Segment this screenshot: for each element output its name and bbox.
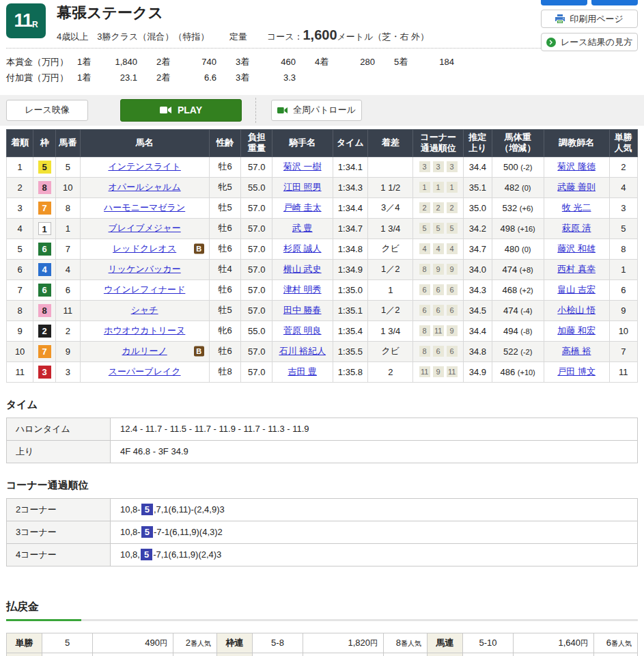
sex-age: 牡6: [209, 156, 241, 177]
trainer-link[interactable]: 高橋 裕: [562, 346, 591, 356]
play-button[interactable]: PLAY: [120, 99, 242, 122]
finish-time: 1:35.8: [333, 361, 368, 382]
finish-position: 2: [7, 177, 33, 197]
corner-position-badge: 1: [433, 182, 444, 193]
horse-name-link[interactable]: スーパーブレイク: [109, 366, 181, 377]
finish-position: 3: [7, 197, 33, 218]
result-row: 1133スーパーブレイク牡857.0吉田 豊1:35.821191134.948…: [7, 361, 638, 382]
trainer-link[interactable]: 小桧山 悟: [557, 305, 596, 315]
horse-name-link[interactable]: リッケンバッカー: [109, 264, 181, 274]
race-number: 11: [14, 10, 32, 31]
patrol-video-button[interactable]: 全周パトロール: [271, 100, 362, 121]
finish-time: 1:34.4: [333, 197, 368, 218]
race-weight-rule: 定量: [229, 31, 247, 42]
jockey-link[interactable]: 菅原 明良: [283, 325, 322, 336]
horse-name-link[interactable]: カルリーノ: [122, 346, 167, 356]
horse-name-link[interactable]: オパールシャルム: [109, 182, 181, 192]
corner-positions: 8119: [413, 320, 464, 341]
prize-place: 3着: [236, 55, 260, 70]
horse-name-link[interactable]: ハーモニーマゼラン: [104, 202, 185, 213]
blinker-icon: B: [194, 346, 204, 357]
trainer-link[interactable]: 菊沢 隆徳: [557, 161, 596, 172]
time-table: ハロンタイム 12.4 - 11.7 - 11.5 - 11.7 - 11.9 …: [6, 418, 638, 463]
trainer-link[interactable]: 加藤 和宏: [557, 325, 596, 336]
corner-position-badge: 5: [447, 223, 458, 234]
results-column-header: コーナー 通過順位: [413, 129, 464, 156]
trainer-link[interactable]: 畠山 吉宏: [557, 284, 596, 295]
results-column-header: 負担 重量: [241, 129, 272, 156]
results-guide-button[interactable]: レース結果の見方: [541, 33, 638, 51]
jockey-cell: 菊沢 一樹: [272, 156, 333, 177]
horse-name-link[interactable]: レッドクレオス: [113, 243, 176, 254]
horse-name-link[interactable]: シャチ: [131, 305, 158, 315]
horse-name-link[interactable]: ブレイブメジャー: [109, 223, 181, 233]
win-popularity: 4: [609, 177, 637, 197]
main-prize-label: 本賞金（万円）: [6, 55, 77, 70]
results-column-header: 推定 上り: [463, 129, 492, 156]
horse-number: 8: [56, 197, 80, 218]
horse-name-link[interactable]: ウインレフィナード: [104, 284, 185, 295]
trainer-link[interactable]: 藤沢 和雄: [557, 243, 596, 254]
umaren-label: 馬連: [428, 633, 463, 653]
margin: 1 1/2: [368, 177, 413, 197]
race-video-button[interactable]: レース映像: [6, 100, 88, 121]
corner-position-badge: 8: [419, 325, 430, 336]
win-popularity: 2: [609, 156, 637, 177]
tansho-amount: 490円: [93, 633, 173, 653]
win-popularity: 11: [609, 361, 637, 382]
corner-position-badge: 3: [433, 161, 444, 172]
corner-positions: 222: [413, 197, 464, 218]
trainer-link[interactable]: 武藤 善則: [557, 182, 596, 192]
jockey-link[interactable]: 津村 明秀: [283, 284, 322, 295]
fukusho-selection: 5: [42, 653, 93, 656]
jockey-link[interactable]: 杉原 誠人: [283, 243, 322, 254]
win-popularity: 3: [609, 197, 637, 218]
last-3f-time: 34.0: [463, 259, 492, 279]
trainer-link[interactable]: 牧 光二: [562, 202, 591, 213]
horse-name-link[interactable]: ホウオウカトリーヌ: [104, 325, 185, 336]
corner-position-badge: 11: [447, 366, 458, 377]
trainer-link[interactable]: 戸田 博文: [557, 366, 596, 377]
fukusho-popularity: 2番人気: [173, 653, 217, 656]
horse-name-link[interactable]: インテンスライト: [108, 161, 180, 172]
jockey-cell: 石川 裕紀人: [272, 341, 333, 361]
win-popularity: 6: [609, 279, 637, 300]
trainer-link[interactable]: 萩原 清: [562, 223, 591, 233]
jockey-cell: 武 豊: [272, 218, 333, 238]
jockey-cell: 杉原 誠人: [272, 238, 333, 259]
jockey-link[interactable]: 戸崎 圭太: [283, 202, 322, 213]
jockey-link[interactable]: 石川 裕紀人: [279, 346, 326, 356]
finish-time: 1:34.9: [333, 259, 368, 279]
additional-prize-row: 付加賞（万円） 1着23.1 2着6.6 3着3.3: [6, 70, 638, 86]
last-3f-time: 34.3: [463, 279, 492, 300]
finish-time: 1:34.3: [333, 177, 368, 197]
results-column-header: 調教師名: [544, 129, 609, 156]
finish-position: 8: [7, 300, 33, 320]
corner-order-text: -7,1(6,11,9)(2,4)3: [153, 549, 221, 560]
trainer-link[interactable]: 西村 真幸: [557, 264, 596, 274]
trainer-cell: 戸田 博文: [544, 361, 609, 382]
horse-weight-change: (-4): [520, 307, 532, 315]
video-camera-icon: [160, 106, 171, 114]
top-cutoff-button-right[interactable]: [591, 0, 638, 5]
corner-position-badge: 4: [419, 243, 430, 254]
winner-highlight: 5: [141, 504, 153, 515]
race-header: 11 R 幕張ステークス 4歳以上 3勝クラス（混合）（特指） 定量 コース：1…: [6, 0, 638, 43]
fukusho-label: 複勝: [7, 653, 42, 656]
sex-age: 牝6: [209, 320, 241, 341]
winner-highlight: 5: [141, 526, 153, 538]
jockey-link[interactable]: 田中 勝春: [283, 305, 322, 315]
top-cutoff-button-left[interactable]: [541, 0, 587, 5]
horse-number: 9: [56, 341, 80, 361]
jockey-link[interactable]: 菊沢 一樹: [283, 161, 322, 172]
jockey-link[interactable]: 吉田 豊: [288, 366, 317, 377]
result-row: 2810オパールシャルム牝555.0江田 照男1:34.31 1/211135.…: [7, 177, 638, 197]
jockey-link[interactable]: 横山 武史: [283, 264, 322, 274]
jockey-link[interactable]: 武 豊: [292, 223, 313, 233]
margin: 1 3/4: [368, 218, 413, 238]
jockey-link[interactable]: 江田 照男: [283, 182, 322, 192]
race-conditions-text: 4歳以上 3勝クラス（混合）（特指）: [57, 31, 209, 42]
print-page-button[interactable]: 印刷用ページ: [541, 10, 638, 28]
patrol-camera-icon: [277, 107, 288, 114]
prize-value: 1,840: [102, 55, 137, 70]
